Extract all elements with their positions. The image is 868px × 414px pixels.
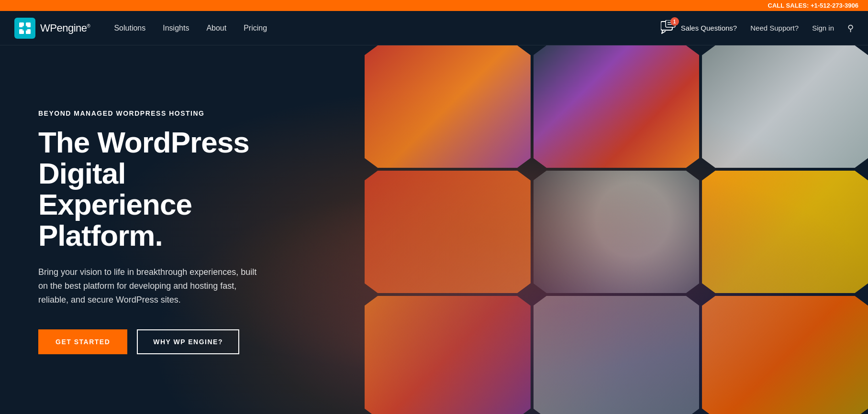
logo-icon [14, 18, 35, 39]
nav-right: 1 Sales Questions? Need Support? Sign in… [661, 20, 854, 36]
hex-cell-5 [534, 171, 700, 293]
top-bar: CALL SALES: +1-512-273-3906 [0, 0, 868, 11]
hero-description: Bring your vision to life in breakthroug… [38, 265, 268, 306]
hex-cell-1 [365, 45, 531, 168]
nav-link-insights[interactable]: Insights [163, 24, 189, 32]
nav-item-pricing[interactable]: Pricing [244, 24, 267, 33]
hero-background [365, 45, 868, 414]
nav-link-pricing[interactable]: Pricing [244, 24, 267, 32]
hero-buttons: GET STARTED WHY WP ENGINE? [38, 329, 268, 354]
svg-rect-4 [22, 26, 27, 31]
logo-link[interactable]: WPengine® [14, 18, 90, 39]
sales-questions-label[interactable]: Sales Questions? [681, 24, 737, 32]
hero-title: The WordPress Digital Experience Platfor… [38, 127, 268, 251]
navbar: WPengine® Solutions Insights About Prici… [0, 11, 868, 45]
hero-subtitle: BEYOND MANAGED WORDPRESS HOSTING [38, 109, 268, 117]
chat-icon-wrap: 1 [661, 20, 676, 36]
nav-links: Solutions Insights About Pricing [114, 24, 660, 33]
phone-number[interactable]: +1-512-273-3906 [811, 2, 858, 9]
hex-cell-9 [702, 296, 868, 414]
hero-content: BEYOND MANAGED WORDPRESS HOSTING The Wor… [0, 81, 297, 383]
hero-section: BEYOND MANAGED WORDPRESS HOSTING The Wor… [0, 45, 868, 414]
nav-link-about[interactable]: About [206, 24, 226, 32]
why-wp-engine-button[interactable]: WHY WP ENGINE? [137, 329, 239, 354]
search-icon[interactable]: ⚲ [847, 23, 854, 33]
hex-cell-4 [365, 171, 531, 293]
hex-cell-7 [365, 296, 531, 414]
sales-questions[interactable]: 1 Sales Questions? [661, 20, 737, 36]
get-started-button[interactable]: GET STARTED [38, 329, 127, 354]
logo-bold: WP [40, 22, 56, 34]
nav-item-about[interactable]: About [206, 24, 226, 33]
hex-cell-6 [702, 171, 868, 293]
hex-cell-3 [702, 45, 868, 168]
hex-cell-8 [534, 296, 700, 414]
notification-badge: 1 [670, 17, 679, 26]
call-label: CALL SALES: [768, 2, 811, 9]
need-support-link[interactable]: Need Support? [750, 24, 799, 32]
nav-item-insights[interactable]: Insights [163, 24, 189, 33]
logo-svg [18, 22, 32, 35]
nav-item-solutions[interactable]: Solutions [114, 24, 145, 33]
nav-link-solutions[interactable]: Solutions [114, 24, 145, 32]
sign-in-link[interactable]: Sign in [812, 24, 834, 32]
logo-text: WPengine® [40, 22, 90, 34]
logo-light: engine [56, 22, 87, 34]
logo-registered: ® [87, 23, 90, 28]
hex-cell-2 [534, 45, 700, 168]
